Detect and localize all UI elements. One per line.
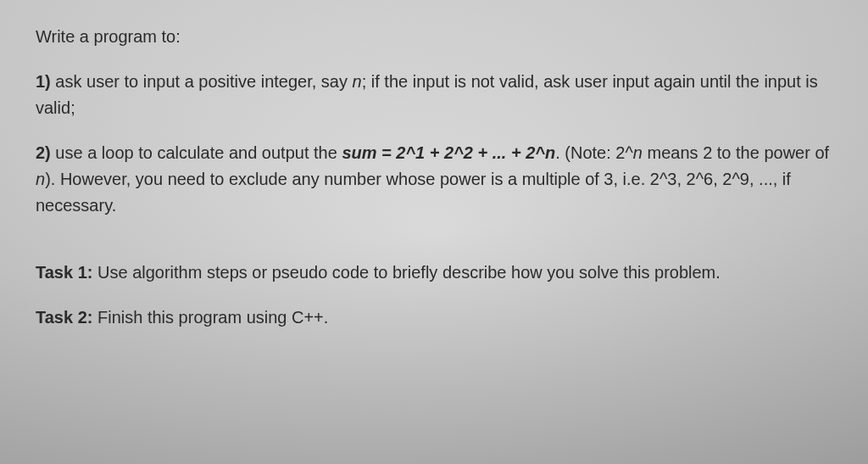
task-1-label: Task 1: — [36, 263, 92, 282]
item-2-lead: 2) — [36, 143, 55, 162]
item-1-var: n — [353, 72, 362, 91]
task-2-label: Task 2: — [36, 308, 92, 327]
task-2-text: Finish this program using C++. — [92, 308, 328, 327]
item-2-sum: sum = 2^1 + 2^2 + ... + 2^n — [342, 143, 555, 162]
item-2: 2) use a loop to calculate and output th… — [36, 140, 832, 219]
item-1-text: ask user to input a positive integer, sa… — [55, 72, 352, 91]
task-1: Task 1: Use algorithm steps or pseudo co… — [36, 260, 832, 286]
heading: Write a program to: — [36, 24, 832, 50]
item-2-n2: n — [36, 170, 45, 188]
item-2-b: . (Note: 2^ — [555, 143, 633, 162]
item-2-d: ). However, you need to exclude any numb… — [36, 170, 791, 215]
item-2-c: means 2 to the power of — [643, 143, 829, 162]
item-1-lead: 1) — [36, 72, 55, 91]
document-content: Write a program to: 1) ask user to input… — [36, 24, 832, 331]
item-2-a: use a loop to calculate and output the — [55, 143, 342, 162]
item-1: 1) ask user to input a positive integer,… — [36, 69, 832, 121]
task-2: Task 2: Finish this program using C++. — [36, 305, 832, 331]
task-1-text: Use algorithm steps or pseudo code to br… — [92, 263, 720, 282]
item-2-n: n — [633, 143, 643, 162]
